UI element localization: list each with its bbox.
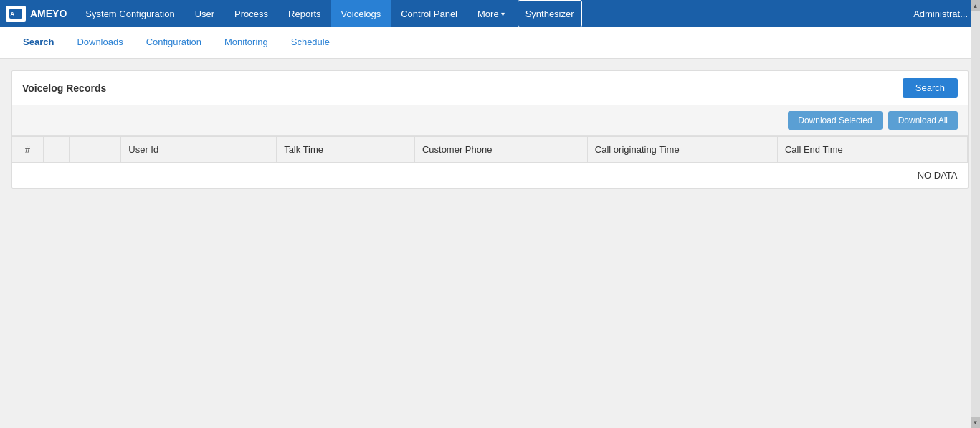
no-data-text: NO DATA [12,163,968,189]
scrollbar[interactable]: ▲ ▼ [971,0,980,428]
tab-monitoring[interactable]: Monitoring [213,27,280,59]
main-content: Voicelog Records Search Download Selecte… [0,59,980,428]
nav-process[interactable]: Process [224,0,278,27]
tab-configuration[interactable]: Configuration [135,27,213,59]
col-talk-time: Talk Time [277,137,415,163]
scroll-down-arrow[interactable]: ▼ [971,417,980,428]
tab-downloads[interactable]: Downloads [65,27,134,59]
table-container: # User Id Talk Time Customer Phone Call … [12,136,968,188]
scroll-up-arrow[interactable]: ▲ [971,0,980,11]
logo[interactable]: A AMEYO [6,6,67,22]
toolbar-row: Download Selected Download All [12,105,968,136]
col-2 [70,137,95,163]
top-nav: A AMEYO System Configuration User Proces… [0,0,980,27]
nav-control-panel[interactable]: Control Panel [391,0,467,27]
col-customer-phone: Customer Phone [414,137,587,163]
svg-text:A: A [10,11,15,18]
nav-more[interactable]: More ▾ [467,0,515,27]
col-call-end-time: Call End Time [777,137,967,163]
col-hash: # [12,137,43,163]
nav-user[interactable]: User [185,0,224,27]
admin-menu[interactable]: Administrat... ▾ [913,9,974,19]
logo-text: AMEYO [30,8,67,19]
nav-synthesizer[interactable]: Synthesizer [518,0,582,27]
nav-items: System Configuration User Process Report… [75,0,913,27]
voicelog-table: # User Id Talk Time Customer Phone Call … [12,136,968,188]
logo-icon: A [6,6,26,22]
col-user-id: User Id [121,137,277,163]
col-1 [43,137,69,163]
tab-search[interactable]: Search [11,27,65,59]
card-title: Voicelog Records [22,82,106,94]
download-all-button[interactable]: Download All [888,111,958,130]
card-header: Voicelog Records Search [12,71,968,105]
voicelog-card: Voicelog Records Search Download Selecte… [11,70,969,189]
nav-system-configuration[interactable]: System Configuration [75,0,184,27]
nav-voicelogs[interactable]: Voicelogs [331,0,391,27]
chevron-down-icon: ▾ [501,10,505,18]
search-button[interactable]: Search [903,78,958,98]
nav-reports[interactable]: Reports [278,0,331,27]
col-3 [95,137,121,163]
tab-schedule[interactable]: Schedule [280,27,341,59]
table-header-row: # User Id Talk Time Customer Phone Call … [12,137,968,163]
admin-label: Administrat... [913,9,968,19]
col-call-originating-time: Call originating Time [587,137,777,163]
sub-tabs: Search Downloads Configuration Monitorin… [0,27,980,59]
no-data-row: NO DATA [12,163,968,189]
download-selected-button[interactable]: Download Selected [788,111,882,130]
